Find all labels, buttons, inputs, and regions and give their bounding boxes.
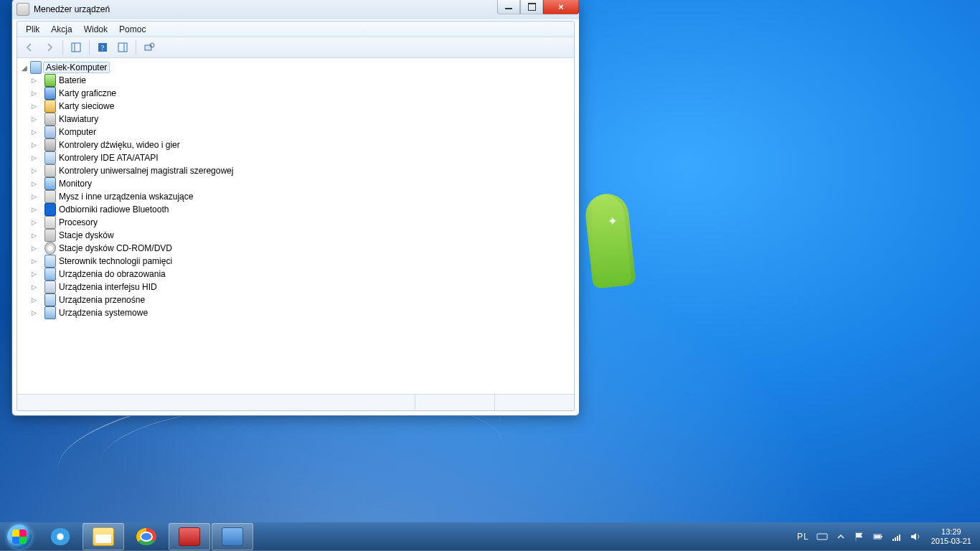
- expand-icon[interactable]: ▷: [30, 77, 37, 84]
- titlebar[interactable]: Menedżer urządzeń ×: [12, 0, 579, 19]
- keyboard-tray-icon[interactable]: [816, 531, 828, 542]
- tree-node-label: Kontrolery IDE ATA/ATAPI: [59, 153, 159, 163]
- volume-tray-icon[interactable]: [910, 531, 921, 542]
- system-tray: PL 13:29 2015-03-21: [791, 527, 980, 546]
- taskbar-pin-ie[interactable]: [39, 523, 81, 550]
- expand-icon[interactable]: ▷: [30, 128, 37, 136]
- expand-icon[interactable]: ▷: [30, 219, 37, 226]
- tree-node[interactable]: ▷Stacje dysków: [19, 229, 573, 242]
- device-category-icon: [44, 242, 56, 254]
- collapse-icon[interactable]: ◢: [20, 64, 29, 72]
- expand-icon[interactable]: ▷: [30, 206, 37, 213]
- minimize-button[interactable]: [497, 0, 520, 14]
- expand-icon[interactable]: ▷: [30, 141, 37, 149]
- menu-view[interactable]: Widok: [78, 23, 113, 36]
- tree-node[interactable]: ▷Urządzenia przenośne: [19, 293, 573, 306]
- tree-node-label: Monitory: [59, 179, 92, 189]
- expand-icon[interactable]: ▷: [30, 167, 37, 174]
- tree-node-label: Baterie: [59, 75, 86, 85]
- tree-node[interactable]: ▷Mysz i inne urządzenia wskazujące: [19, 190, 573, 203]
- menu-help[interactable]: Pomoc: [113, 23, 151, 36]
- tree-node[interactable]: ▷Urządzenia interfejsu HID: [19, 281, 573, 293]
- tree-node-label: Kontrolery uniwersalnej magistrali szere…: [59, 166, 233, 176]
- tree-node-label: Sterownik technologii pamięci: [59, 256, 172, 266]
- control-panel-icon: [222, 527, 243, 546]
- computer-icon: [30, 62, 42, 73]
- close-button[interactable]: ×: [543, 0, 579, 14]
- expand-icon[interactable]: ▷: [30, 154, 37, 161]
- expand-icon[interactable]: ▷: [30, 180, 37, 187]
- tree-node[interactable]: ▷Kontrolery IDE ATA/ATAPI: [19, 151, 573, 164]
- device-category-icon: [44, 255, 56, 267]
- scan-hardware-button[interactable]: [140, 39, 159, 56]
- tree-node[interactable]: ▷Odbiorniki radiowe Bluetooth: [19, 203, 573, 216]
- help-button[interactable]: ?: [93, 39, 112, 56]
- tree-node[interactable]: ▷Kontrolery uniwersalnej magistrali szer…: [19, 164, 573, 177]
- tree-node[interactable]: ▷Sterownik technologii pamięci: [19, 255, 573, 268]
- device-manager-window: Menedżer urządzeń × Plik Akcja Widok Pom…: [11, 0, 580, 416]
- tree-node[interactable]: ▷Urządzenia systemowe: [19, 306, 573, 319]
- device-category-icon: [44, 217, 56, 228]
- tree-node[interactable]: ▷Urządzenia do obrazowania: [19, 268, 573, 281]
- device-tree[interactable]: ◢ Asiek-Komputer ▷Baterie▷Karty graficzn…: [17, 58, 574, 394]
- expand-icon[interactable]: ▷: [30, 283, 37, 291]
- tree-node-label: Mysz i inne urządzenia wskazujące: [59, 192, 193, 202]
- expand-icon[interactable]: ▷: [30, 270, 37, 278]
- tree-node[interactable]: ▷Karty sieciowe: [19, 100, 573, 113]
- back-button[interactable]: [20, 39, 39, 56]
- power-tray-icon[interactable]: [872, 531, 884, 542]
- device-category-icon: [44, 113, 56, 125]
- tree-node[interactable]: ▷Klawiatury: [19, 113, 573, 126]
- show-hidden-icons[interactable]: [835, 531, 847, 542]
- tree-node[interactable]: ▷Baterie: [19, 74, 573, 87]
- expand-icon[interactable]: ▷: [30, 116, 37, 123]
- tree-node-label: Urządzenia systemowe: [59, 308, 148, 318]
- statusbar: [17, 394, 574, 410]
- expand-icon[interactable]: ▷: [30, 232, 37, 239]
- tree-root[interactable]: ◢ Asiek-Komputer: [19, 61, 573, 74]
- tree-node[interactable]: ▷Monitory: [19, 177, 573, 190]
- device-category-icon: [44, 88, 56, 99]
- taskbar-pin-explorer[interactable]: [83, 523, 124, 550]
- expand-icon[interactable]: ▷: [30, 296, 37, 303]
- svg-rect-15: [899, 534, 900, 541]
- start-button[interactable]: [0, 522, 39, 551]
- expand-icon[interactable]: ▷: [30, 309, 37, 316]
- svg-rect-12: [892, 539, 894, 541]
- taskbar-item-control-panel[interactable]: [212, 523, 253, 550]
- expand-icon[interactable]: ▷: [30, 258, 37, 265]
- tree-node[interactable]: ▷Kontrolery dźwięku, wideo i gier: [19, 138, 573, 151]
- device-category-icon: [44, 178, 56, 189]
- tree-root-label: Asiek-Komputer: [43, 62, 110, 73]
- device-category-icon: [44, 268, 56, 280]
- tree-node[interactable]: ▷Stacje dysków CD-ROM/DVD: [19, 242, 573, 255]
- menu-file[interactable]: Plik: [20, 23, 45, 36]
- show-hide-tree-button[interactable]: [67, 39, 85, 56]
- menu-action[interactable]: Akcja: [45, 23, 77, 36]
- window-title: Menedżer urządzeń: [34, 4, 110, 14]
- action-pane-button[interactable]: [113, 39, 132, 56]
- status-cell: [415, 395, 494, 410]
- clock[interactable]: 13:29 2015-03-21: [928, 527, 974, 546]
- tree-node[interactable]: ▷Komputer: [19, 126, 573, 138]
- language-indicator[interactable]: PL: [797, 532, 809, 542]
- svg-rect-10: [881, 536, 882, 537]
- tree-node-label: Urządzenia do obrazowania: [59, 269, 166, 279]
- flag-tray-icon[interactable]: [854, 531, 865, 542]
- taskbar-item-toolbox[interactable]: [169, 523, 210, 550]
- taskbar-pin-chrome[interactable]: [126, 523, 167, 550]
- toolbar-separator: [89, 40, 90, 55]
- tree-node[interactable]: ▷Procesory: [19, 216, 573, 229]
- svg-rect-11: [875, 535, 880, 538]
- network-tray-icon[interactable]: [891, 531, 903, 542]
- expand-icon[interactable]: ▷: [30, 193, 37, 200]
- svg-text:?: ?: [101, 44, 105, 52]
- maximize-button[interactable]: [520, 0, 543, 14]
- expand-icon[interactable]: ▷: [30, 90, 37, 97]
- tree-node-label: Kontrolery dźwięku, wideo i gier: [59, 140, 180, 150]
- expand-icon[interactable]: ▷: [30, 245, 37, 252]
- toolbar-separator: [136, 40, 136, 55]
- tree-node[interactable]: ▷Karty graficzne: [19, 87, 573, 100]
- forward-button[interactable]: [40, 39, 59, 56]
- expand-icon[interactable]: ▷: [30, 103, 37, 110]
